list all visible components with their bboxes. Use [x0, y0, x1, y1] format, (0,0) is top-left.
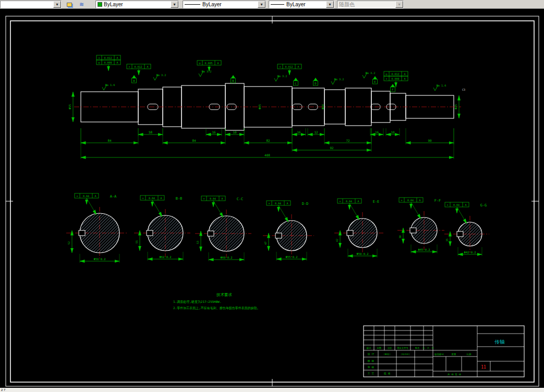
svg-text:⌖: ⌖: [339, 200, 341, 203]
svg-text:审 核: 审 核: [368, 365, 374, 369]
svg-text:90: 90: [428, 139, 432, 142]
svg-text:D: D: [315, 82, 316, 85]
lineweight-combo[interactable]: ByLayer ▾: [269, 1, 334, 8]
svg-text:⌖: ⌖: [142, 197, 143, 200]
section-view-B-B[interactable]: Φ62-0.255⌖0.04AB-B: [134, 195, 190, 261]
linetype-combo[interactable]: ByLayer ▾: [183, 1, 266, 8]
svg-text:⌖: ⌖: [446, 203, 448, 206]
svg-text:12: 12: [314, 130, 318, 134]
lineweight-combo-arrow-icon[interactable]: ▾: [326, 1, 334, 8]
svg-text:0.04: 0.04: [210, 197, 216, 200]
technical-requirements: 技术要求1.调质处理,硬度为217~255HBW.2.零件加工表面上,不应有毛刺…: [173, 292, 260, 310]
svg-text:(年月日): (年月日): [401, 353, 410, 356]
svg-text:55: 55: [135, 240, 138, 243]
object-properties-toolbar: ▾ ≋ ByLayer ▾ ByLayer ▾ ByLayer ▾ 随颜色 ▾: [0, 0, 544, 9]
section-view-C-C[interactable]: Φ60-0.253⌖0.04AC-C: [195, 196, 251, 261]
svg-text:A: A: [465, 203, 466, 206]
svg-text:A: A: [297, 65, 299, 68]
svg-text:Ra 3.2: Ra 3.2: [334, 78, 344, 81]
svg-text:Φ55: Φ55: [68, 104, 71, 109]
svg-text:0.012: 0.012: [104, 56, 112, 59]
layer-combo[interactable]: ▾: [0, 1, 62, 8]
svg-text:16: 16: [375, 130, 379, 134]
svg-text:0.012: 0.012: [285, 65, 293, 68]
svg-text:E: E: [374, 80, 376, 83]
svg-text:分区: 分区: [388, 347, 392, 349]
status-bar: 2 7: [0, 388, 544, 392]
svg-text:0.005: 0.005: [204, 62, 212, 65]
svg-text:⌖: ⌖: [279, 65, 281, 68]
svg-text:B: B: [232, 79, 234, 82]
svg-text:C: C: [295, 82, 296, 85]
svg-text:传轴: 传轴: [494, 339, 505, 345]
svg-text:Φ65: Φ65: [258, 104, 261, 109]
svg-text:Φ62-0.2: Φ62-0.2: [159, 255, 171, 259]
svg-text:(签名): (签名): [383, 353, 390, 356]
svg-text:Φ60: Φ60: [321, 104, 324, 109]
svg-text:0.012: 0.012: [391, 72, 399, 76]
plotstyle-combo: 随颜色 ▾: [337, 1, 404, 8]
svg-text:72: 72: [346, 139, 350, 142]
svg-text:53: 53: [196, 241, 199, 244]
svg-text:0.04: 0.04: [453, 203, 460, 206]
svg-text:Ra 1.6: Ra 1.6: [105, 83, 115, 87]
svg-text:Φ58-0.2: Φ58-0.2: [93, 258, 105, 261]
svg-text:38: 38: [398, 235, 402, 238]
svg-text:⌖: ⌖: [98, 56, 100, 59]
svg-text:A: A: [116, 61, 118, 64]
color-combo-arrow-icon[interactable]: ▾: [171, 1, 178, 8]
plotstyle-combo-label: 随颜色: [339, 1, 355, 8]
svg-text:Φ45-0.2: Φ45-0.2: [418, 248, 430, 251]
section-view-F-F[interactable]: Φ45-0.238⌖0.04AF-F: [397, 198, 444, 253]
svg-text:G-G: G-G: [480, 203, 487, 207]
section-view-G-G[interactable]: Φ42-0.235⌖0.04AG-G: [444, 202, 489, 256]
svg-text:设 计: 设 计: [367, 352, 374, 356]
svg-text:⌖: ⌖: [203, 197, 204, 200]
shaft-main-view[interactable]: 58161016121610848482729092408Φ55Φ45Φ65Φ6…: [68, 55, 465, 159]
svg-text:Φ45: Φ45: [454, 104, 457, 109]
linetype-combo-arrow-icon[interactable]: ▾: [258, 1, 265, 8]
svg-text:16: 16: [212, 130, 216, 134]
layer-combo-arrow-icon[interactable]: ▾: [53, 1, 61, 8]
svg-text:◎: ◎: [385, 72, 388, 76]
section-view-D-D[interactable]: Φ55-0.247⌖0.04AD-D: [263, 201, 314, 261]
plotstyle-combo-arrow-icon: ▾: [395, 1, 403, 8]
layers-icon: [67, 3, 72, 7]
svg-text:阶段标记: 阶段标记: [434, 353, 444, 356]
svg-text:84: 84: [192, 139, 196, 142]
svg-text:A: A: [404, 72, 405, 76]
svg-text:更改文件号: 更改文件号: [397, 347, 408, 349]
svg-text:A: A: [116, 56, 118, 59]
lineweight-combo-label: ByLayer: [286, 2, 306, 7]
svg-text:58: 58: [149, 130, 153, 134]
svg-text:35: 35: [445, 238, 449, 241]
make-layer-current-button[interactable]: [64, 1, 74, 8]
svg-text:共 张 第 张: 共 张 第 张: [448, 373, 462, 376]
svg-text:0.008: 0.008: [104, 61, 112, 64]
section-view-E-E[interactable]: Φ50-0.242⌖0.04AE-E: [334, 199, 384, 258]
svg-text:F-F: F-F: [434, 199, 441, 203]
svg-text:0.008: 0.008: [391, 77, 399, 80]
color-swatch: [98, 2, 102, 7]
svg-text:⌖: ⌖: [268, 202, 270, 205]
svg-text:比例: 比例: [467, 353, 472, 356]
model-space-canvas[interactable]: 58161016121610848482729092408Φ55Φ45Φ65Φ6…: [0, 9, 544, 388]
svg-text:10: 10: [233, 130, 237, 134]
svg-text:校 核: 校 核: [367, 360, 374, 362]
svg-text:Ra 3.2: Ra 3.2: [277, 75, 287, 78]
svg-text:工 艺: 工 艺: [368, 372, 374, 375]
svg-text:Ra 3.2: Ra 3.2: [156, 74, 166, 77]
svg-text:◎: ◎: [98, 61, 100, 64]
svg-text:10: 10: [391, 130, 395, 134]
svg-text:⌖: ⌖: [76, 194, 78, 198]
svg-text:Φ55-0.2: Φ55-0.2: [285, 255, 297, 259]
linetype-sample-icon: [185, 4, 200, 5]
svg-text:84: 84: [107, 139, 112, 142]
color-combo[interactable]: ByLayer ▾: [95, 1, 179, 8]
section-view-A-A[interactable]: Φ58-0.252⌖0.04AA-A: [66, 193, 127, 263]
svg-text:Φ42-0.2: Φ42-0.2: [464, 251, 476, 254]
svg-text:A: A: [94, 194, 96, 198]
svg-text:E-E: E-E: [373, 200, 380, 204]
layer-previous-button[interactable]: ≋: [77, 1, 87, 8]
svg-text:0.04: 0.04: [346, 200, 352, 203]
